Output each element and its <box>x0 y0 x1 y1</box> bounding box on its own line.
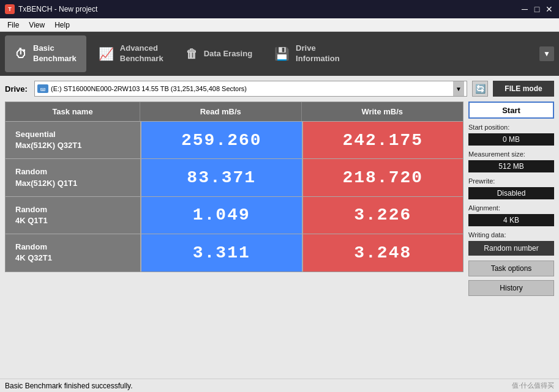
bench-header: Task name Read mB/s Write mB/s <box>6 102 463 121</box>
measurement-size-label: Measurement size: <box>468 150 554 158</box>
bench-read-value-random-512k: 83.371 <box>187 168 256 187</box>
start-button[interactable]: Start <box>468 102 554 119</box>
bench-label-random-4k-q1: Random 4K Q1T1 <box>6 197 140 234</box>
bench-label-random-512k: Random Max(512K) Q1T1 <box>6 159 140 196</box>
benchmark-table: Task name Read mB/s Write mB/s Sequentia… <box>5 102 463 272</box>
drive-label: Drive: <box>5 84 29 94</box>
drive-refresh-button[interactable]: 🔄 <box>472 81 488 97</box>
tab-erasing-label: Data Erasing <box>204 49 252 59</box>
menu-view[interactable]: View <box>24 20 50 31</box>
prewrite-value: Disabled <box>468 187 554 199</box>
header-read: Read mB/s <box>140 102 302 121</box>
header-task: Task name <box>6 102 140 121</box>
alignment-value: 4 KB <box>468 214 554 226</box>
tab-basic-benchmark[interactable]: ⏱ BasicBenchmark <box>5 35 86 72</box>
drive-text: (E:) ST16000NE000-2RW103 14.55 TB (31,25… <box>51 85 247 92</box>
file-mode-button[interactable]: FILE mode <box>493 81 554 97</box>
app-icon: T <box>5 4 15 14</box>
bench-read-value-sequential: 259.260 <box>181 131 262 150</box>
bench-row-random-512k: Random Max(512K) Q1T1 83.371 218.720 <box>6 158 463 196</box>
prewrite-label: Prewrite: <box>468 177 554 185</box>
tab-basic-label: BasicBenchmark <box>33 43 77 64</box>
main-content: Drive: 🖴 (E:) ST16000NE000-2RW103 14.55 … <box>0 76 559 379</box>
drive-selector[interactable]: 🖴 (E:) ST16000NE000-2RW103 14.55 TB (31,… <box>34 81 467 97</box>
status-message: Basic Benchmark finished successfully. <box>5 382 133 390</box>
bench-write-sequential: 242.175 <box>302 122 463 158</box>
bench-label-sequential: Sequential Max(512K) Q32T1 <box>6 122 140 158</box>
bench-write-random-512k: 218.720 <box>302 159 463 196</box>
drive-select-inner: 🖴 (E:) ST16000NE000-2RW103 14.55 TB (31,… <box>37 84 449 93</box>
window-title: TxBENCH - New project <box>18 5 520 13</box>
bench-write-value-random-512k: 218.720 <box>342 168 423 187</box>
tab-bar: ⏱ BasicBenchmark 📈 AdvancedBenchmark 🗑 D… <box>0 32 559 76</box>
data-erasing-icon: 🗑 <box>186 48 198 60</box>
bench-label-random-4k-q32: Random 4K Q32T1 <box>6 234 140 271</box>
bench-read-value-random-4k-q32: 3.311 <box>193 243 250 262</box>
tab-drive-information[interactable]: 💾 DriveInformation <box>264 35 350 72</box>
tab-advanced-label: AdvancedBenchmark <box>120 43 163 64</box>
benchmark-area: Task name Read mB/s Write mB/s Sequentia… <box>5 102 463 374</box>
bench-row-random-4k-q32: Random 4K Q32T1 3.311 3.248 <box>6 234 463 271</box>
task-options-button[interactable]: Task options <box>468 261 554 276</box>
bench-write-value-random-4k-q1: 3.226 <box>354 205 411 224</box>
menu-help[interactable]: Help <box>50 20 75 31</box>
drive-row: Drive: 🖴 (E:) ST16000NE000-2RW103 14.55 … <box>5 81 554 97</box>
status-bar: Basic Benchmark finished successfully. 值… <box>0 379 559 392</box>
alignment-label: Alignment: <box>468 204 554 212</box>
bench-read-random-4k-q32: 3.311 <box>140 234 302 271</box>
tab-dropdown-button[interactable]: ▼ <box>539 46 554 61</box>
layout-row: Task name Read mB/s Write mB/s Sequentia… <box>5 102 554 374</box>
bench-read-random-4k-q1: 1.049 <box>140 197 302 234</box>
basic-benchmark-icon: ⏱ <box>15 48 27 60</box>
tab-advanced-benchmark[interactable]: 📈 AdvancedBenchmark <box>89 35 173 72</box>
drive-dropdown-arrow[interactable]: ▼ <box>453 81 464 96</box>
bench-write-value-sequential: 242.175 <box>342 131 423 150</box>
drive-info-icon: 💾 <box>274 48 290 60</box>
bench-write-random-4k-q1: 3.226 <box>302 197 463 234</box>
bench-read-random-512k: 83.371 <box>140 159 302 196</box>
advanced-benchmark-icon: 📈 <box>99 48 114 60</box>
window-controls: ─ □ ✕ <box>520 4 554 14</box>
header-write: Write mB/s <box>302 102 463 121</box>
menu-file[interactable]: File <box>2 20 24 31</box>
right-panel: Start Start position: 0 MB Measurement s… <box>468 102 554 374</box>
history-button[interactable]: History <box>468 280 554 296</box>
bench-read-sequential: 259.260 <box>140 122 302 158</box>
bench-write-value-random-4k-q32: 3.248 <box>354 243 411 262</box>
maximize-button[interactable]: □ <box>532 4 542 14</box>
writing-data-button[interactable]: Random number <box>468 241 554 256</box>
drive-type-icon: 🖴 <box>37 84 48 93</box>
bench-read-value-random-4k-q1: 1.049 <box>193 205 250 224</box>
bench-row-random-4k-q1: Random 4K Q1T1 1.049 3.226 <box>6 196 463 234</box>
menu-bar: File View Help <box>0 18 559 32</box>
close-button[interactable]: ✕ <box>544 4 554 14</box>
title-bar: T TxBENCH - New project ─ □ ✕ <box>0 0 559 18</box>
writing-data-label: Writing data: <box>468 231 554 239</box>
tab-drive-label: DriveInformation <box>296 43 340 64</box>
tab-data-erasing[interactable]: 🗑 Data Erasing <box>176 35 262 72</box>
measurement-size-value: 512 MB <box>468 160 554 172</box>
bench-row-sequential: Sequential Max(512K) Q32T1 259.260 242.1… <box>6 121 463 158</box>
start-position-value: 0 MB <box>468 133 554 146</box>
minimize-button[interactable]: ─ <box>520 4 530 14</box>
bench-write-random-4k-q32: 3.248 <box>302 234 463 271</box>
watermark: 值·什么值得买 <box>512 381 554 390</box>
start-position-label: Start position: <box>468 124 554 131</box>
